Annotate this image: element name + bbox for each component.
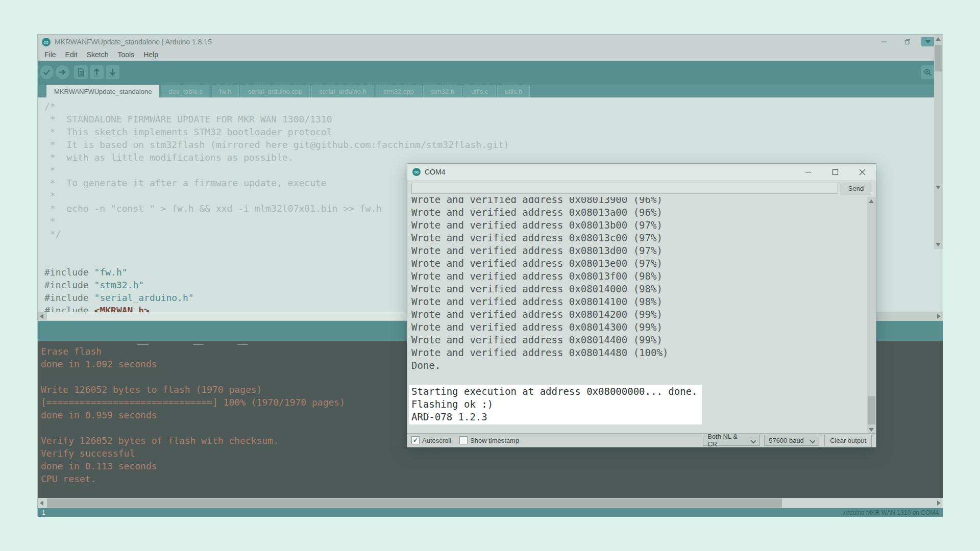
serial-monitor-titlebar[interactable]: ∞ COM4 (407, 164, 876, 180)
bottom-horizontal-scrollbar[interactable] (38, 498, 943, 508)
menu-edit[interactable]: Edit (61, 49, 82, 61)
scroll-down-icon[interactable] (936, 243, 941, 246)
tab-fw-h[interactable]: fw.h (212, 85, 239, 97)
send-button[interactable]: Send (841, 183, 871, 194)
scroll-left-icon[interactable] (40, 500, 43, 506)
show-timestamp-label: Show timestamp (470, 437, 519, 444)
code-line: * STANDALONE FIRMWARE UPDATE FOR MKR WAN… (44, 113, 509, 126)
serial-monitor-title: COM4 (425, 168, 445, 176)
minimize-button[interactable] (872, 35, 896, 49)
code-segment: "stm32.h" (94, 280, 144, 290)
open-sketch-button[interactable] (90, 65, 104, 79)
code-segment: * echo -n "const " > fw.h && xxd -i mlm3… (44, 203, 382, 214)
minimize-icon (881, 39, 887, 45)
code-segment: /* (44, 101, 56, 112)
save-sketch-button[interactable] (106, 65, 119, 79)
menu-file[interactable]: File (40, 49, 61, 61)
tab-stm32-cpp[interactable]: stm32.cpp (376, 85, 422, 97)
serial-selected-line: ARD-078 1.2.3 (411, 411, 698, 423)
baud-rate-dropdown[interactable]: 57600 baud (764, 435, 819, 446)
tab-dev_table-c[interactable]: dev_table.c (161, 85, 210, 97)
code-segment: * This sketch implements STM32 bootloade… (44, 127, 332, 137)
code-segment: <MKRWAN.h> (94, 305, 150, 312)
code-segment: #include (44, 292, 94, 303)
tab-serial_arduino-cpp[interactable]: serial_arduino.cpp (240, 85, 310, 97)
statusbar: 1 Arduino MKR WAN 1310 on COM4 (38, 508, 943, 517)
code-segment: * To generate it after a firmware update… (44, 178, 327, 188)
verify-button[interactable] (40, 65, 54, 79)
maximize-icon (832, 169, 839, 176)
code-segment: * (44, 216, 56, 227)
code-segment: * (44, 190, 56, 201)
tab-utils-c[interactable]: utils.c (463, 85, 496, 97)
code-segment: #include (44, 280, 94, 290)
arrow-down-icon (109, 68, 116, 77)
serial-line: Wrote and verified address 0x08013a00 (9… (411, 206, 876, 219)
code-segment: "serial_arduino.h" (94, 292, 194, 303)
tab-list-button[interactable] (921, 37, 935, 46)
serial-output-area[interactable]: Wrote and verified address 0x08013900 (9… (407, 197, 876, 434)
menu-help[interactable]: Help (139, 49, 163, 61)
menu-sketch[interactable]: Sketch (82, 49, 113, 61)
arrow-up-icon (93, 68, 101, 77)
scroll-right-icon[interactable] (937, 500, 941, 506)
code-segment: * STANDALONE FIRMWARE UPDATE FOR MKR WAN… (44, 114, 332, 124)
scrollbar-thumb[interactable] (935, 45, 942, 71)
serial-vertical-scrollbar[interactable] (867, 197, 876, 434)
code-segment: * (44, 165, 56, 176)
status-line-number: 1 (42, 509, 45, 516)
scroll-left-icon[interactable] (40, 314, 43, 319)
restore-button[interactable] (896, 35, 919, 49)
serial-monitor-button[interactable] (921, 65, 935, 79)
code-line: * with as little modifications as possib… (44, 151, 509, 164)
chevron-down-icon (925, 40, 931, 43)
serial-line (411, 372, 876, 385)
ide-titlebar[interactable]: ∞ MKRWANFWUpdate_standalone | Arduino 1.… (38, 35, 943, 49)
code-segment: * with as little modifications as possib… (44, 152, 293, 163)
serial-input[interactable] (411, 183, 838, 194)
restore-icon (904, 39, 911, 45)
autoscroll-checkbox[interactable]: ✓ (411, 436, 420, 444)
code-segment: #include (44, 267, 94, 278)
serial-line: Wrote and verified address 0x08014000 (9… (411, 283, 876, 295)
minimize-button[interactable] (795, 164, 822, 180)
magnifier-icon (924, 68, 932, 77)
upload-button[interactable] (56, 65, 69, 79)
code-segment: */ (44, 229, 61, 239)
serial-selected-line: Starting execution at address 0x08000000… (411, 385, 698, 398)
scroll-down-icon[interactable] (869, 428, 874, 432)
serial-line: Wrote and verified address 0x08014200 (9… (411, 308, 876, 321)
arrow-right-icon (59, 68, 66, 76)
scroll-up-icon[interactable] (869, 199, 874, 203)
scroll-down-icon[interactable] (936, 186, 941, 189)
new-sketch-button[interactable] (74, 65, 88, 79)
scrollbar-thumb[interactable] (868, 396, 875, 424)
serial-line: Wrote and verified address 0x08013f00 (9… (411, 270, 876, 283)
maximize-button[interactable] (822, 164, 849, 180)
console-vertical-scrollbar[interactable] (934, 35, 943, 192)
scrollbar-thumb[interactable] (47, 498, 782, 508)
tab-utils-h[interactable]: utils.h (497, 85, 530, 97)
serial-line: Wrote and verified address 0x08013b00 (9… (411, 219, 876, 232)
tab-serial_arduino-h[interactable]: serial_arduino.h (311, 85, 374, 97)
clear-output-button[interactable]: Clear output (824, 435, 872, 446)
serial-selection: Starting execution at address 0x08000000… (409, 385, 702, 424)
tab-stm32-h[interactable]: stm32.h (423, 85, 462, 97)
line-ending-dropdown[interactable]: Both NL & CR (703, 435, 760, 446)
close-button[interactable] (849, 164, 876, 180)
tab-MKRWANFWUpdate_standalone[interactable]: MKRWANFWUpdate_standalone (46, 85, 159, 97)
scroll-up-icon[interactable] (936, 37, 941, 41)
console-line: Verify successful (41, 447, 943, 460)
serial-monitor-window: ∞ COM4 Send Wrote and verified address 0… (407, 163, 876, 447)
menu-tools[interactable]: Tools (113, 49, 139, 61)
autoscroll-label: Autoscroll (422, 437, 451, 444)
code-segment: #include (44, 305, 94, 312)
console-line: done in 0.113 seconds (41, 460, 943, 472)
scroll-right-icon[interactable] (937, 314, 941, 319)
serial-line: Wrote and verified address 0x08014300 (9… (411, 321, 876, 334)
menubar: FileEditSketchToolsHelp (38, 49, 945, 61)
toolbar (38, 61, 943, 85)
code-line: * It is based on stm32flash (mirrored he… (44, 138, 509, 151)
show-timestamp-checkbox[interactable] (459, 436, 468, 444)
serial-line: Done. (411, 359, 876, 372)
